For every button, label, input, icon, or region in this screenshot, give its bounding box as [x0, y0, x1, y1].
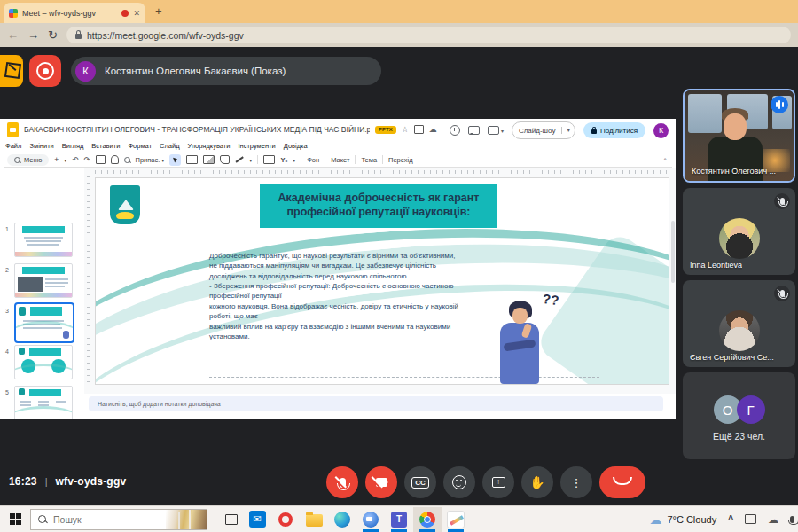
canvas-scrollbar[interactable]	[671, 221, 675, 283]
menu-search-button[interactable]: Меню	[7, 154, 49, 166]
paint-format-icon[interactable]	[111, 155, 119, 164]
current-slide[interactable]: Академічна доброчесність як гарант профе…	[95, 177, 669, 385]
menu-slide[interactable]: Слайд	[160, 142, 180, 150]
transition-button[interactable]: Перехід	[388, 156, 413, 164]
reload-icon[interactable]: ↻	[48, 28, 58, 42]
weather-widget[interactable]: ☁ 7°C Cloudy	[649, 512, 716, 527]
slide-thumbnail[interactable]	[14, 345, 73, 379]
zoom-icon[interactable]	[124, 157, 130, 163]
end-call-button[interactable]	[599, 466, 645, 498]
close-tab-icon[interactable]: ✕	[133, 9, 140, 18]
account-avatar[interactable]: К	[653, 123, 669, 138]
slide-thumbnail-selected[interactable]	[14, 302, 74, 343]
taskbar-app-zoom[interactable]	[356, 507, 385, 532]
share-button[interactable]: Поділитися	[583, 122, 645, 138]
display-tray-icon[interactable]	[745, 514, 756, 524]
menu-view[interactable]: Вигляд	[62, 142, 84, 150]
slide-thumbnail[interactable]	[14, 386, 73, 419]
undo-icon[interactable]: ↶	[72, 155, 78, 164]
new-slide-dropdown-icon[interactable]: ▾	[64, 157, 66, 163]
background-button[interactable]: Фон	[307, 156, 319, 164]
speaker-notes[interactable]: Натисніть, щоб додати нотатки доповідача	[89, 396, 663, 411]
slideshow-dropdown-icon[interactable]: ▾	[561, 127, 575, 134]
taskbar-app-mail[interactable]: ✉	[243, 507, 271, 532]
meet-camera-dropdown[interactable]: ▾	[488, 126, 504, 135]
show-hidden-icons[interactable]: ^	[728, 514, 733, 524]
onedrive-tray-icon[interactable]: ☁	[768, 514, 778, 525]
task-view-button[interactable]	[220, 514, 243, 525]
record-button[interactable]	[29, 55, 61, 87]
presenter-banner[interactable]: К Костянтин Олегович Бакаєвич (Показ)	[71, 57, 381, 85]
taskbar-search[interactable]	[30, 509, 207, 530]
task-view-icon	[225, 514, 238, 525]
menu-tools[interactable]: Інструменти	[238, 142, 275, 150]
insert-image-icon[interactable]	[203, 155, 215, 164]
overflow-participants-tile[interactable]: О Г Ещё 23 чел.	[683, 372, 795, 459]
star-icon[interactable]: ☆	[402, 125, 409, 134]
forward-icon[interactable]: →	[27, 28, 39, 42]
hide-menus-icon[interactable]: ^	[663, 156, 667, 164]
print-icon[interactable]	[96, 155, 106, 164]
version-history-icon[interactable]	[450, 125, 460, 136]
text-box-icon[interactable]	[186, 155, 198, 164]
present-button[interactable]: ↑	[482, 466, 514, 498]
participant-tile[interactable]: Inna Leontieva	[683, 188, 795, 275]
move-folder-icon[interactable]	[414, 125, 424, 134]
participant-tile[interactable]: Євген Сергійович Се...	[683, 280, 795, 367]
slide-title: Академічна доброчесність як гарант профе…	[267, 192, 490, 219]
menu-insert[interactable]: Вставити	[91, 142, 120, 150]
captions-button[interactable]: CC	[404, 466, 436, 498]
chevron-down-icon[interactable]: ▾	[293, 157, 295, 163]
taskbar-app-explorer[interactable]	[300, 507, 328, 532]
menu-help[interactable]: Довідка	[284, 142, 308, 150]
menu-arrange[interactable]: Упорядкувати	[188, 142, 231, 150]
select-tool-button[interactable]	[169, 154, 181, 166]
slide-title-box[interactable]: Академічна доброчесність як гарант профе…	[260, 184, 497, 228]
taskbar-app-opera[interactable]	[271, 507, 300, 532]
divider: |	[45, 476, 48, 487]
taskbar-app-chrome[interactable]	[413, 507, 442, 532]
line-dropdown-icon[interactable]: ▾	[249, 157, 252, 163]
redo-icon[interactable]: ↷	[83, 155, 90, 164]
start-button[interactable]	[0, 513, 30, 525]
theme-button[interactable]: Тема	[361, 156, 377, 164]
taskbar-app-edge[interactable]	[328, 507, 356, 532]
comments-icon[interactable]	[468, 126, 480, 135]
menu-edit[interactable]: Змінити	[29, 142, 53, 150]
layout-button[interactable]: Макет	[331, 156, 349, 164]
participant-tile-presenter[interactable]: Костянтин Олегович ...	[683, 89, 795, 183]
fit-zoom-dropdown[interactable]: Припас. ▾	[136, 156, 165, 164]
search-input[interactable]	[51, 513, 144, 526]
camera-toggle-button[interactable]	[365, 466, 397, 498]
recording-indicator-icon	[121, 10, 129, 17]
fit-zoom-label: Припас.	[136, 156, 160, 164]
raise-hand-button[interactable]: ✋	[521, 466, 553, 498]
insert-shape-icon[interactable]	[220, 155, 230, 164]
new-tab-button[interactable]: +	[155, 4, 162, 18]
windows-logo-icon	[10, 513, 21, 525]
taskbar-app-photos[interactable]	[442, 507, 470, 532]
slideshow-button[interactable]: Слайд-шоу ▾	[512, 121, 575, 139]
menu-file[interactable]: Файл	[5, 142, 21, 150]
document-title[interactable]: БАКАЄВИЧ КОСТЯНТИН ОЛЕГОВИЧ - ТРАНСФОРМА…	[24, 125, 370, 134]
url-bar[interactable]: https://meet.google.com/wfv-oyds-ggv	[66, 27, 791, 43]
slides-logo-icon[interactable]	[7, 122, 19, 137]
reactions-button[interactable]	[443, 466, 475, 498]
slideshow-label: Слайд-шоу	[512, 127, 561, 135]
tab-title: Meet – wfv-oyds-ggv	[22, 9, 117, 18]
slide-thumbnail[interactable]	[14, 223, 73, 257]
camera-off-icon	[376, 478, 387, 487]
taskbar-app-teams[interactable]: T	[385, 507, 413, 532]
text-options-icon[interactable]: Yₓ	[280, 156, 287, 164]
insert-comment-icon[interactable]	[263, 155, 275, 164]
browser-tab[interactable]: Meet – wfv-oyds-ggv ✕	[4, 3, 145, 23]
mic-toggle-button[interactable]	[326, 466, 358, 498]
microphone-tray-icon[interactable]	[790, 516, 794, 523]
more-options-button[interactable]: ⋮	[560, 466, 592, 498]
menu-format[interactable]: Формат	[128, 142, 152, 150]
new-slide-button[interactable]: +	[54, 155, 59, 164]
insert-line-icon[interactable]	[236, 157, 244, 163]
jamboard-icon[interactable]	[0, 55, 23, 87]
back-icon[interactable]: ←	[7, 28, 19, 42]
slide-thumbnail[interactable]	[14, 263, 73, 298]
